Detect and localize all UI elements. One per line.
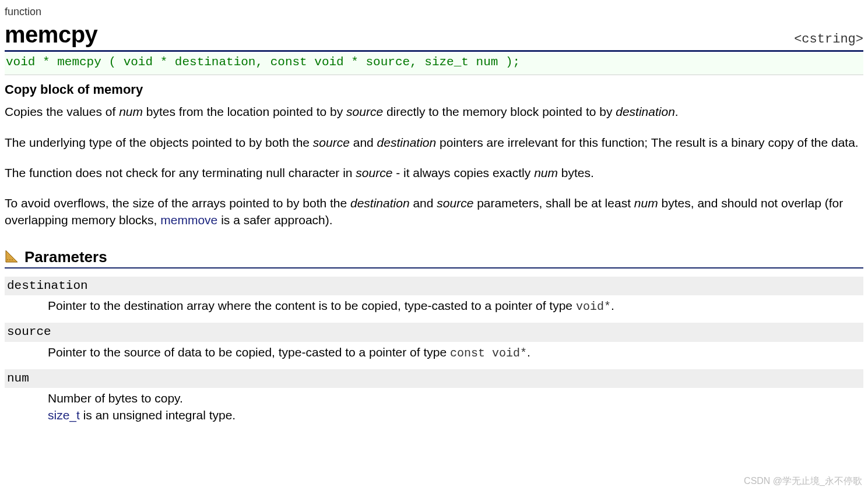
function-name: memcpy — [5, 19, 97, 50]
em-source: source — [437, 196, 473, 210]
text: Pointer to the destination array where t… — [48, 299, 576, 312]
desc-p1: Copies the values of num bytes from the … — [5, 104, 863, 120]
text: The underlying type of the objects point… — [5, 136, 313, 149]
em-destination: destination — [616, 105, 675, 118]
text: and — [410, 196, 437, 210]
text: - it always copies exactly — [392, 166, 534, 179]
param-desc-source: Pointer to the source of data to be copi… — [5, 342, 863, 369]
em-source: source — [313, 136, 350, 149]
text: parameters, shall be at least — [473, 196, 634, 210]
param-desc-num: Number of bytes to copy. size_t is an un… — [5, 388, 863, 432]
function-signature: void * memcpy ( void * destination, cons… — [5, 53, 863, 75]
type-label: function — [5, 5, 863, 19]
text: The function does not check for any term… — [5, 166, 356, 179]
description: Copies the values of num bytes from the … — [5, 104, 863, 228]
em-num: num — [634, 196, 658, 210]
desc-p4: To avoid overflows, the size of the arra… — [5, 195, 863, 228]
text: and — [350, 136, 377, 149]
param-term-source: source — [5, 323, 863, 341]
em-num: num — [119, 105, 143, 118]
em-destination: destination — [377, 136, 437, 149]
em-num: num — [534, 166, 558, 179]
param-list: destination Pointer to the destination a… — [5, 277, 863, 432]
title-row: memcpy <cstring> — [5, 19, 863, 52]
text: pointers are irrelevant for this functio… — [436, 136, 859, 149]
text: is a safer approach). — [217, 213, 332, 227]
code-const-void-ptr: const void* — [450, 347, 527, 360]
desc-p3: The function does not check for any term… — [5, 165, 863, 181]
param-term-num: num — [5, 369, 863, 388]
text: . — [611, 299, 614, 312]
brief-description: Copy block of memory — [5, 81, 863, 98]
text: is an unsigned integral type. — [80, 408, 236, 422]
text: Number of bytes to copy. — [48, 391, 183, 405]
text: bytes. — [558, 166, 594, 179]
em-destination: destination — [350, 196, 410, 210]
memmove-link[interactable]: memmove — [160, 213, 217, 227]
size-t-link[interactable]: size_t — [48, 408, 80, 422]
param-term-destination: destination — [5, 277, 863, 295]
text: . — [675, 105, 679, 118]
text: To avoid overflows, the size of the arra… — [5, 196, 350, 210]
text: directly to the memory block pointed to … — [383, 105, 616, 118]
parameters-heading: Parameters — [5, 247, 863, 269]
header-tag: <cstring> — [794, 31, 863, 48]
param-desc-destination: Pointer to the destination array where t… — [5, 295, 863, 323]
text: Copies the values of — [5, 105, 119, 118]
code-void-ptr: void* — [576, 300, 611, 313]
text: bytes from the location pointed to by — [143, 105, 346, 118]
parameters-title: Parameters — [24, 247, 107, 267]
text: Pointer to the source of data to be copi… — [48, 345, 450, 359]
em-source: source — [356, 166, 392, 179]
desc-p2: The underlying type of the objects point… — [5, 135, 863, 151]
text: . — [527, 345, 530, 359]
em-source: source — [346, 105, 383, 118]
triangle-ruler-icon — [5, 249, 19, 263]
